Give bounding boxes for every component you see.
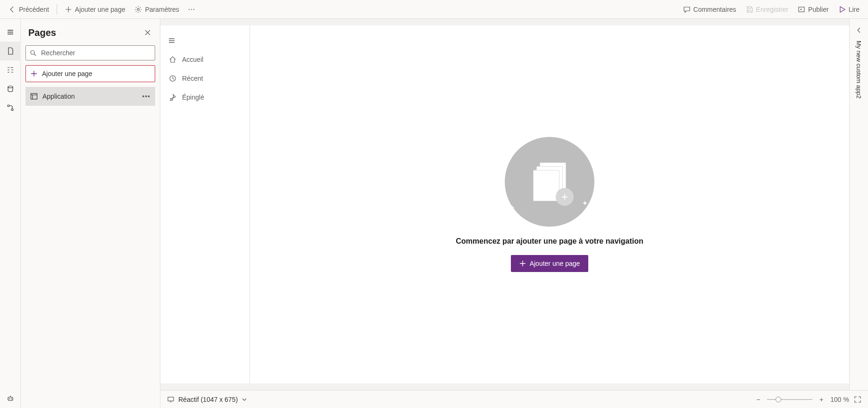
preview-nav-recent[interactable]: Récent xyxy=(160,69,250,88)
page-icon xyxy=(7,47,14,55)
svg-point-0 xyxy=(137,8,139,10)
panel-title: Pages xyxy=(28,27,56,38)
tree-icon xyxy=(7,66,14,74)
bot-icon xyxy=(7,395,14,402)
search-icon xyxy=(30,50,36,56)
comment-icon xyxy=(683,6,691,13)
rail-virtual-agent[interactable] xyxy=(0,389,21,408)
save-label: Enregistrer xyxy=(756,6,788,13)
separator xyxy=(57,4,57,15)
plus-badge-icon: + xyxy=(556,188,574,206)
search-input[interactable] xyxy=(40,49,151,57)
plus-icon xyxy=(31,70,37,77)
preview-nav-home[interactable]: Accueil xyxy=(160,50,250,69)
home-icon xyxy=(169,56,176,63)
zoom-out-button[interactable]: − xyxy=(754,396,762,403)
empty-state-illustration: + xyxy=(505,137,594,227)
pin-icon xyxy=(169,94,176,101)
preview-sidebar: Accueil Récent Épinglé xyxy=(160,26,250,383)
canvas-area: Accueil Récent Épinglé + Commencez par a… xyxy=(160,19,849,390)
panel-add-page-button[interactable]: Ajouter une page xyxy=(25,65,155,82)
device-icon xyxy=(167,396,175,403)
rail-tree[interactable] xyxy=(0,60,21,79)
command-bar-right: Commentaires Enregistrer Publier Lire xyxy=(679,2,863,17)
comments-label: Commentaires xyxy=(693,6,736,13)
svg-point-9 xyxy=(9,399,10,400)
flow-icon xyxy=(7,104,14,111)
add-page-top-button[interactable]: Ajouter une page xyxy=(61,2,129,17)
svg-rect-12 xyxy=(31,94,37,99)
save-icon xyxy=(746,6,753,13)
right-collapsed-panel: My new custom app2 xyxy=(849,19,868,390)
more-icon xyxy=(188,6,195,13)
rail-pages[interactable] xyxy=(0,42,21,60)
svg-rect-14 xyxy=(168,397,174,401)
right-panel-app-name: My new custom app2 xyxy=(855,41,862,99)
zoom-label: 100 % xyxy=(830,396,849,403)
publish-button[interactable]: Publier xyxy=(794,2,833,17)
list-item-more-button[interactable]: ••• xyxy=(142,93,150,100)
clock-icon xyxy=(169,75,176,82)
pages-panel: Pages Ajouter une page Application ••• xyxy=(21,19,160,408)
overflow-button[interactable] xyxy=(185,2,198,17)
empty-state-add-page-button[interactable]: Ajouter une page xyxy=(511,255,589,272)
back-arrow-icon xyxy=(8,6,16,13)
svg-rect-8 xyxy=(8,397,13,400)
command-bar-left: Précédent Ajouter une page Paramètres xyxy=(5,2,198,17)
publish-icon xyxy=(798,6,805,13)
back-button[interactable]: Précédent xyxy=(5,2,53,17)
svg-point-1 xyxy=(189,8,190,9)
preview-nav-label: Récent xyxy=(182,75,203,82)
plus-icon xyxy=(519,260,526,267)
publish-label: Publier xyxy=(808,6,829,13)
save-button: Enregistrer xyxy=(742,2,792,17)
zoom-slider[interactable] xyxy=(767,399,812,400)
settings-button[interactable]: Paramètres xyxy=(131,2,183,17)
search-box[interactable] xyxy=(25,45,155,60)
svg-point-5 xyxy=(8,86,13,88)
zoom-controls: − + 100 % xyxy=(754,396,861,403)
panel-close-button[interactable] xyxy=(140,25,155,40)
empty-state-headline: Commencez par ajouter une page à votre n… xyxy=(456,237,643,246)
rail-automation[interactable] xyxy=(0,98,21,117)
empty-state-cta-label: Ajouter une page xyxy=(530,260,580,267)
back-label: Précédent xyxy=(19,6,49,13)
svg-point-3 xyxy=(193,8,194,9)
hamburger-icon xyxy=(7,28,14,36)
chevron-left-icon xyxy=(856,27,862,33)
rail-data[interactable] xyxy=(0,79,21,98)
settings-label: Paramètres xyxy=(145,6,179,13)
preview-hamburger[interactable] xyxy=(160,31,250,50)
expand-right-panel-button[interactable] xyxy=(856,24,862,37)
play-button[interactable]: Lire xyxy=(835,2,863,17)
svg-point-6 xyxy=(8,105,9,107)
close-icon xyxy=(144,29,151,36)
preview-nav-label: Accueil xyxy=(182,56,203,63)
rail-hamburger[interactable] xyxy=(0,23,21,42)
panel-header: Pages xyxy=(25,24,155,42)
pages-list-item-label: Application xyxy=(42,93,75,100)
left-rail xyxy=(0,19,21,408)
responsive-size-picker[interactable]: Réactif (1047 x 675) xyxy=(167,396,247,403)
play-icon xyxy=(838,6,846,13)
svg-point-11 xyxy=(31,51,34,54)
gear-icon xyxy=(134,6,142,13)
fit-to-screen-button[interactable] xyxy=(854,396,861,403)
command-bar: Précédent Ajouter une page Paramètres xyxy=(0,0,868,19)
svg-point-10 xyxy=(11,399,12,400)
plus-icon xyxy=(65,6,72,13)
add-page-label: Ajouter une page xyxy=(75,6,125,13)
preview-nav-label: Épinglé xyxy=(182,94,204,101)
pages-list-item-application[interactable]: Application ••• xyxy=(25,87,155,106)
app-layout-icon xyxy=(30,93,38,100)
svg-point-7 xyxy=(11,109,13,110)
svg-point-2 xyxy=(191,8,192,9)
responsive-label: Réactif (1047 x 675) xyxy=(178,396,238,403)
chevron-down-icon xyxy=(242,397,247,402)
preview-nav-pinned[interactable]: Épinglé xyxy=(160,88,250,107)
canvas-main: + Commencez par ajouter une page à votre… xyxy=(250,26,849,383)
comments-button[interactable]: Commentaires xyxy=(679,2,740,17)
hamburger-icon xyxy=(168,37,175,44)
zoom-in-button[interactable]: + xyxy=(817,396,826,403)
status-bar: Réactif (1047 x 675) − + 100 % xyxy=(160,390,868,408)
